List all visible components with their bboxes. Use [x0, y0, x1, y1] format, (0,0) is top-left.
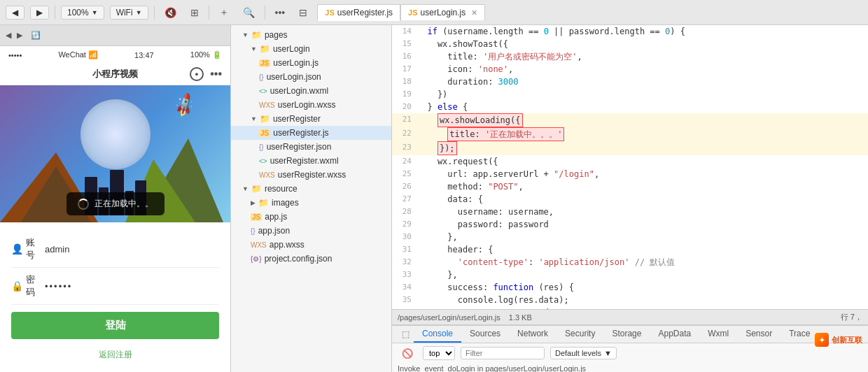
tree-app-js[interactable]: JS app.js [231, 210, 391, 224]
code-editor[interactable]: 14 if (username.length == 0 || password.… [392, 25, 868, 309]
search-button[interactable]: 🔍 [239, 6, 259, 20]
tree-userlogin-folder[interactable]: ▼ 📁 userLogin [231, 42, 391, 56]
sep2 [154, 6, 155, 20]
code-line-18: 18 duration: 3000 [392, 76, 868, 88]
close-tab-icon[interactable]: ✕ [471, 8, 477, 17]
code-line-20: 20 } else { [392, 101, 868, 113]
mute-button[interactable]: 🔇 [160, 6, 181, 20]
devtools-toolbar: 🚫 top Default levels ▼ [392, 343, 868, 363]
sep1 [55, 6, 55, 20]
devtools-panel: ⬚ Console Sources Network Security Stora… [392, 324, 868, 372]
code-line-19: 19 }) [392, 88, 868, 101]
tab-console[interactable]: Console [414, 326, 461, 343]
tree-userregister-wxml[interactable]: <> userRegister.wxml [231, 154, 391, 168]
tab-network[interactable]: Network [509, 326, 556, 343]
back-button[interactable]: ◀ [6, 6, 24, 20]
add-tab-button[interactable]: ＋ [215, 5, 233, 20]
tree-userlogin-json[interactable]: {} userLogin.json [231, 70, 391, 84]
logo-text: 创新互联 [832, 335, 862, 345]
code-line-34: 34 success: function (res) { [392, 281, 868, 294]
file-tree: ▼ 📁 pages ▼ 📁 userLogin JS userLogin.js … [231, 25, 392, 372]
editor-panel: 14 if (username.length == 0 || password.… [392, 25, 868, 372]
tree-app-json[interactable]: {} app.json [231, 224, 391, 238]
zoom-select[interactable]: 100% ▼ [61, 6, 104, 20]
code-line-16: 16 title: '用户名或密码不能为空', [392, 50, 868, 63]
code-line-17: 17 icon: 'none', [392, 63, 868, 76]
tab-userRegister[interactable]: JS userRegister.js [317, 4, 400, 21]
password-row: 🔒 密码 •••••• [11, 268, 219, 305]
pass-value: •••••• [45, 281, 72, 292]
login-button[interactable]: 登陆 [11, 312, 219, 339]
loading-overlay: 正在加载中。。 [66, 192, 164, 215]
tree-app-wxss[interactable]: WXS app.wxss [231, 238, 391, 252]
tree-project-config[interactable]: {⚙} project.config.json [231, 252, 391, 266]
clear-console-icon[interactable]: 🚫 [398, 347, 417, 360]
tree-resource-folder[interactable]: ▼ 📁 resource [231, 182, 391, 196]
tab-sources[interactable]: Sources [461, 326, 509, 343]
devtools-tabs: ⬚ Console Sources Network Security Stora… [392, 326, 868, 343]
sep4 [265, 6, 265, 20]
chevron-down-icon: ▼ [604, 349, 612, 357]
brand-logo: ✦ 创新互联 [815, 333, 862, 347]
console-log-line: Invoke_event_doLogin in pages/userLogin/… [392, 363, 868, 372]
tab-trace[interactable]: Trace [780, 326, 818, 343]
signal-dots: ••••• [8, 51, 22, 59]
code-line-29: 29 password: password [392, 218, 868, 231]
code-line-27: 27 data: { [392, 193, 868, 206]
code-line-21: 21 wx.showLoading({ [392, 113, 868, 127]
tree-pages-folder[interactable]: ▼ 📁 pages [231, 28, 391, 42]
tab-bar: JS userRegister.js JS userLogin.js ✕ [317, 4, 862, 21]
nav-circle-btn[interactable]: ● [190, 67, 204, 81]
wechat-status-bar: ••••• WeChat 📶 13:47 100% 🔋 [0, 46, 230, 64]
rocket-icon: 🚀 [171, 92, 199, 119]
tree-images-folder[interactable]: ▶ 📁 images [231, 196, 391, 210]
tree-userregister-wxss[interactable]: WXS userRegister.wxss [231, 168, 391, 182]
editor-statusbar: /pages/userLogin/userLogin.js 1.3 KB 行 7… [392, 309, 868, 324]
nav-dots[interactable]: ••• [210, 68, 222, 80]
top-toolbar: ◀ ▶ 100% ▼ WiFi ▼ 🔇 ⊞ ＋ 🔍 ••• ⊟ JS userR… [0, 0, 868, 25]
user-value: admin [45, 244, 69, 255]
phone-illustration: 🚀 正在加载中。。 [0, 85, 230, 222]
default-levels-dropdown[interactable]: Default levels ▼ [550, 347, 617, 359]
wechat-nav: 小程序视频 ••• ● [0, 64, 230, 85]
code-line-30: 30 }, [392, 231, 868, 243]
code-line-14: 14 if (username.length == 0 || password.… [392, 25, 868, 38]
tab-security[interactable]: Security [556, 326, 603, 343]
tree-userlogin-wxss[interactable]: WXS userLogin.wxss [231, 98, 391, 112]
code-line-23: 23 }); [392, 141, 868, 155]
spinner-icon [78, 199, 89, 210]
tree-userregister-json[interactable]: {} userRegister.json [231, 140, 391, 154]
tree-userlogin-wxml[interactable]: <> userLogin.wxml [231, 84, 391, 98]
screen-button[interactable]: ⊞ [186, 6, 203, 20]
tab-appdata[interactable]: AppData [650, 326, 699, 343]
network-select[interactable]: WiFi ▼ [110, 6, 148, 20]
tab-sensor[interactable]: Sensor [737, 326, 780, 343]
code-line-22: 22 title: '正在加载中。。。' [392, 127, 868, 141]
code-line-31: 31 header: { [392, 243, 868, 256]
devtools-inspect-icon[interactable]: ⬚ [398, 328, 414, 341]
register-link[interactable]: 返回注册 [11, 346, 219, 364]
tree-userregister-folder[interactable]: ▼ 📁 userRegister [231, 112, 391, 126]
split-button[interactable]: ⊟ [295, 6, 312, 20]
code-line-15: 15 wx.showToast({ [392, 38, 868, 50]
code-line-35: 35 console.log(res.data); [392, 294, 868, 306]
folder-icon: 📁 [260, 44, 270, 54]
tree-userregister-js[interactable]: JS userRegister.js [231, 126, 391, 140]
tab-userLogin[interactable]: JS userLogin.js ✕ [400, 4, 485, 20]
tree-userlogin-js[interactable]: JS userLogin.js [231, 56, 391, 70]
context-select[interactable]: top [423, 346, 455, 360]
app-name: WeChat 📶 [58, 50, 98, 59]
lock-icon: 🔒 [11, 280, 23, 292]
status-size: 1.3 KB [509, 313, 532, 322]
filter-input[interactable] [461, 347, 545, 359]
login-form: 👤 账号 admin 🔒 密码 •••••• 登陆 返回注册 [0, 222, 230, 372]
code-line-28: 28 username: username, [392, 206, 868, 218]
user-label: 👤 账号 [11, 236, 39, 262]
tab-wxml[interactable]: Wxml [699, 326, 737, 343]
tab-storage[interactable]: Storage [603, 326, 650, 343]
forward-button[interactable]: ▶ [30, 6, 49, 20]
code-line-26: 26 method: "POST", [392, 180, 868, 193]
code-line-24: 24 wx.request({ [392, 155, 868, 168]
more-button[interactable]: ••• [271, 6, 290, 20]
code-line-32: 32 'content-type': 'application/json' //… [392, 256, 868, 269]
